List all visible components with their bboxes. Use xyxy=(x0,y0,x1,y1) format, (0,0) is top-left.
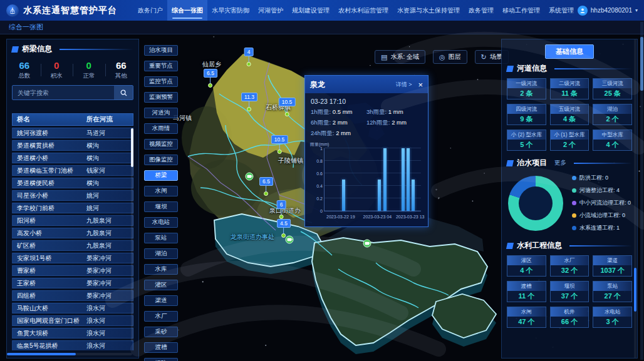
water-level-marker[interactable]: 6.5 xyxy=(204,69,217,88)
layer-nav-item[interactable]: 渠道 xyxy=(144,295,178,306)
layer-nav-item[interactable]: 堰坝 xyxy=(144,201,178,212)
info-cell[interactable]: 渡槽11 个 xyxy=(507,281,546,302)
layer-nav-item[interactable]: 水雨情 xyxy=(144,123,178,134)
layer-nav-item[interactable]: 视频监控 xyxy=(144,139,178,150)
water-level-marker[interactable]: 10.5 xyxy=(271,135,288,154)
navbar-tab[interactable]: 综合一张图 xyxy=(167,0,207,21)
info-cell[interactable]: 中型水库4 个 xyxy=(593,130,632,151)
station-popup: 泉龙 详情 > × 03-23 17:10 1h雨量: 0.5 mm3h雨量: … xyxy=(304,75,428,227)
navbar-tab[interactable]: 水旱灾害防御 xyxy=(207,0,254,21)
info-cell[interactable]: 水电站3 个 xyxy=(593,307,632,328)
table-row[interactable]: 鱼贯大坝桥浪水河 xyxy=(12,328,133,338)
bridge-stat: 66总数 xyxy=(8,60,41,80)
navbar-tab[interactable]: 水资源与水土保持管理 xyxy=(393,0,464,21)
navbar-tab[interactable]: 河湖管护 xyxy=(254,0,288,21)
info-cell[interactable]: 水闸47 个 xyxy=(507,307,546,328)
camera-marker-icon[interactable] xyxy=(286,236,294,244)
layer-nav-item[interactable]: 渡槽 xyxy=(144,342,178,353)
x-axis-tick: 2023-03-23 13 xyxy=(396,215,425,219)
marker-stem xyxy=(210,78,210,83)
table-row[interactable]: 晏道横小桥横沟 xyxy=(12,153,133,163)
table-row[interactable]: 国家电网观音堂门口桥浪水河 xyxy=(12,315,133,326)
water-level-marker[interactable]: 6 xyxy=(277,200,286,219)
user-menu[interactable]: hhzb42080201 ▾ xyxy=(578,6,638,16)
layer-nav-item[interactable]: 桥梁 xyxy=(144,170,178,181)
navbar-tab[interactable]: 政务管理 xyxy=(464,0,498,21)
info-cell[interactable]: 小 (2) 型水库5 个 xyxy=(507,130,546,151)
table-row[interactable]: 姚河张渡桥马道河 xyxy=(12,128,133,138)
table-row[interactable]: 四组桥晏家冲河 xyxy=(12,290,133,301)
table-row[interactable]: 王家桥晏家冲河 xyxy=(12,278,133,288)
legend-item: 河塘整治工程: 4 xyxy=(572,186,631,195)
table-row[interactable]: 高发小桥九股泉河 xyxy=(12,228,133,238)
popup-detail-link[interactable]: 详情 > xyxy=(396,81,412,89)
bridge-name-cell: 晏道横小桥 xyxy=(13,154,84,163)
info-cell[interactable]: 渠道1037 个 xyxy=(593,255,632,277)
water-level-marker[interactable]: 10.5 xyxy=(279,98,296,116)
table-row[interactable]: 安家坝1号桥晏家冲河 xyxy=(12,253,133,263)
layer-nav-item[interactable]: 水厂 xyxy=(144,311,178,322)
info-cell[interactable]: 五级河流4 条 xyxy=(550,104,589,125)
navbar-tab[interactable]: 农村水利运营管理 xyxy=(334,0,393,21)
more-link[interactable]: 更多 xyxy=(554,159,566,167)
table-row[interactable]: 临泉5号花拱桥浪水河 xyxy=(12,340,133,350)
water-level-marker[interactable]: 4.5 xyxy=(277,219,291,238)
info-cell[interactable]: 堰坝37 个 xyxy=(550,281,589,302)
layer-nav-item[interactable]: 水闸 xyxy=(144,186,178,196)
stat-label: 积水 xyxy=(41,72,73,80)
info-cell[interactable]: 机井66 个 xyxy=(550,307,589,328)
layer-nav-item[interactable]: 重要节点 xyxy=(144,61,178,71)
water-level-marker[interactable]: 4 xyxy=(244,48,254,66)
page-scrollbar[interactable] xyxy=(640,22,643,360)
breadcrumb-label[interactable]: 综合一张图 xyxy=(9,23,43,32)
water-level-marker[interactable]: 11.3 xyxy=(241,93,257,111)
info-cell[interactable]: 小 (1) 型水库2 个 xyxy=(550,130,589,151)
layer-nav-item[interactable]: 监测预警 xyxy=(144,92,178,103)
layer-nav-item[interactable]: 水库 xyxy=(144,264,178,275)
info-cell[interactable]: 水厂32 个 xyxy=(550,255,589,277)
water-level-marker[interactable]: 6.5 xyxy=(259,177,273,196)
layer-nav-item[interactable]: 湖泊 xyxy=(144,248,178,259)
camera-marker-icon[interactable] xyxy=(246,173,254,181)
table-row[interactable]: 阳河桥九股泉河 xyxy=(12,215,133,226)
layer-nav-item[interactable]: 泵站 xyxy=(144,233,178,243)
info-cell[interactable]: 二级河流11 条 xyxy=(550,78,589,99)
search-input[interactable] xyxy=(13,86,114,99)
table-vertical-scrollbar[interactable] xyxy=(131,128,133,342)
info-cell[interactable]: 灌区4 个 xyxy=(507,255,546,277)
layer-nav-item[interactable]: 灌区 xyxy=(144,280,178,290)
info-cell[interactable]: 三级河流25 条 xyxy=(593,78,632,99)
layer-nav-item[interactable]: 堤防 xyxy=(144,358,178,361)
layer-nav-item[interactable]: 水电站 xyxy=(144,217,178,228)
table-horizontal-scrollbar[interactable] xyxy=(7,353,132,355)
navbar-tab[interactable]: 移动工作管理 xyxy=(498,0,544,21)
table-row[interactable]: 马鞍山大桥浪水河 xyxy=(12,303,133,313)
info-cell[interactable]: 四级河流9 条 xyxy=(507,104,546,125)
navbar-tab[interactable]: 系统管理 xyxy=(544,0,578,21)
close-icon[interactable]: × xyxy=(418,81,423,89)
camera-marker-icon[interactable] xyxy=(363,240,371,248)
search-button[interactable] xyxy=(114,86,133,99)
right-panel-scrollbar[interactable] xyxy=(634,39,636,358)
layer-nav-item[interactable]: 治水项目 xyxy=(144,45,178,56)
layer-nav-item[interactable]: 采砂 xyxy=(144,327,178,337)
layer-nav-item[interactable]: 图像监控 xyxy=(144,155,178,165)
table-row[interactable]: 晏道横便民桥横沟 xyxy=(12,178,133,188)
layer-nav-item[interactable]: 监控节点 xyxy=(144,76,178,87)
info-cell[interactable]: 一级河流2 条 xyxy=(507,78,546,99)
table-row[interactable]: 晏道横贯拱桥横沟 xyxy=(12,140,133,151)
table-row[interactable]: 司星张小桥姚河 xyxy=(12,190,133,201)
info-cell[interactable]: 泵站27 个 xyxy=(593,281,632,302)
table-row[interactable]: 矿区桥九股泉河 xyxy=(12,240,133,251)
map-control-button[interactable]: ◎图层 xyxy=(433,50,467,64)
layer-nav-item[interactable]: 河道沟 xyxy=(144,108,178,118)
rain-bar xyxy=(378,180,381,211)
info-cell[interactable]: 湖泊2 个 xyxy=(593,104,632,125)
navbar-tab[interactable]: 规划建设管理 xyxy=(288,0,334,21)
table-row[interactable]: 晏道横临玉带门池桥钱家河 xyxy=(12,165,133,176)
basic-info-button[interactable]: 基础信息 xyxy=(545,44,594,59)
table-row[interactable]: 曹家桥晏家冲河 xyxy=(12,265,133,276)
table-row[interactable]: 李学校门前桥姚河 xyxy=(12,203,133,213)
map-control-button[interactable]: ▤水系: 全域 xyxy=(375,50,425,64)
navbar-tab[interactable]: 政务门户 xyxy=(133,0,167,21)
